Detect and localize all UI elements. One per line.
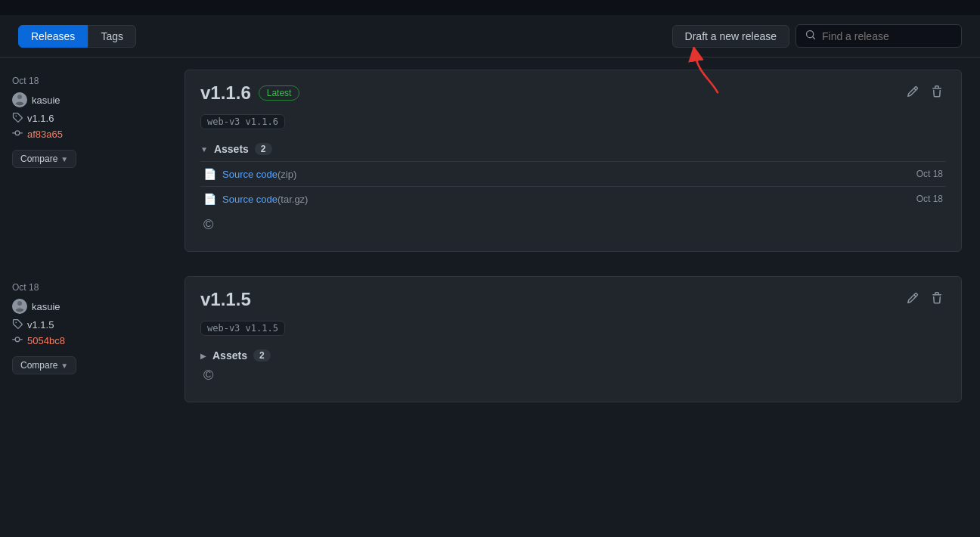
copyleft-icon-1: © bbox=[200, 217, 946, 242]
commit-hash-1[interactable]: af83a65 bbox=[27, 129, 63, 140]
asset-item-zip-1: 📄 Source code(zip) Oct 18 bbox=[200, 161, 946, 186]
asset-left-tgz-1: 📄 Source code(tar.gz) bbox=[203, 193, 308, 205]
release-tag-line-2: web-v3 v1.1.5 bbox=[185, 316, 961, 340]
delete-release-button-1[interactable] bbox=[928, 82, 946, 103]
tag-row-1: v1.1.6 bbox=[12, 112, 154, 125]
asset-date-zip-1: Oct 18 bbox=[916, 169, 943, 179]
sidebar-section-1: Oct 18 kasuie v1.1.6 af83a65 bbox=[0, 57, 166, 258]
main-content: Oct 18 kasuie v1.1.6 af83a65 bbox=[0, 57, 980, 282]
triangle-down-icon-1: ▼ bbox=[200, 145, 208, 154]
release-card-header-2: v1.1.5 bbox=[185, 277, 961, 316]
assets-section-2: ▶ Assets 2 © bbox=[185, 340, 961, 402]
draft-new-release-button[interactable]: Draft a new release bbox=[672, 25, 789, 48]
release-card-header-1: v1.1.6 Latest bbox=[185, 70, 961, 110]
copyleft-icon-2: © bbox=[200, 368, 946, 393]
release-title-area-1: v1.1.6 Latest bbox=[200, 82, 299, 104]
tag-name-1: v1.1.6 bbox=[27, 113, 54, 124]
author-name-2: kasuie bbox=[32, 301, 60, 312]
asset-name-zip-1[interactable]: Source code(zip) bbox=[222, 169, 296, 180]
tag-row-2: v1.1.5 bbox=[12, 318, 154, 331]
header: Releases Tags Draft a new release bbox=[0, 15, 980, 57]
latest-badge-1: Latest bbox=[259, 85, 300, 101]
asset-date-tgz-1: Oct 18 bbox=[916, 194, 943, 204]
release-date-1: Oct 18 bbox=[12, 76, 154, 86]
header-actions: Draft a new release bbox=[672, 24, 962, 48]
author-row-1: kasuie bbox=[12, 92, 154, 107]
assets-title-1: Assets bbox=[214, 143, 249, 155]
asset-file-icon-tgz-1: 📄 bbox=[203, 193, 216, 205]
second-release-wrapper: Oct 18 kasuie v1.1.5 5054bc8 bbox=[0, 264, 980, 421]
edit-release-button-2[interactable] bbox=[904, 289, 922, 309]
release-actions-1 bbox=[904, 82, 946, 103]
release-card-1: v1.1.6 Latest w bbox=[185, 70, 962, 252]
assets-count-2: 2 bbox=[253, 349, 271, 362]
author-name-1: kasuie bbox=[32, 95, 60, 106]
asset-name-tgz-1[interactable]: Source code(tar.gz) bbox=[222, 194, 308, 205]
asset-left-zip-1: 📄 Source code(zip) bbox=[203, 168, 296, 180]
avatar-2 bbox=[12, 299, 27, 314]
sidebar-section-2: Oct 18 kasuie v1.1.5 5054bc8 bbox=[0, 264, 166, 396]
tab-tags[interactable]: Tags bbox=[88, 25, 136, 48]
commit-icon-1 bbox=[12, 128, 23, 141]
search-box bbox=[795, 24, 962, 48]
assets-section-1: ▼ Assets 2 📄 Source code(zip) Oct 18 bbox=[185, 134, 961, 251]
top-bar bbox=[0, 0, 980, 15]
edit-release-button-1[interactable] bbox=[904, 82, 922, 103]
commit-hash-2[interactable]: 5054bc8 bbox=[27, 335, 65, 346]
commit-row-2: 5054bc8 bbox=[12, 334, 154, 347]
asset-item-tgz-1: 📄 Source code(tar.gz) Oct 18 bbox=[200, 186, 946, 211]
release-card-area-2: v1.1.5 web-v3 v1.1.5 bbox=[166, 264, 980, 421]
search-icon bbox=[805, 29, 816, 42]
search-input[interactable] bbox=[822, 30, 952, 42]
release-card-2: v1.1.5 web-v3 v1.1.5 bbox=[185, 276, 962, 402]
compare-button-1[interactable]: Compare ▼ bbox=[12, 150, 76, 168]
assets-header-1[interactable]: ▼ Assets 2 bbox=[200, 143, 946, 155]
release-tag-line-1: web-v3 v1.1.6 bbox=[185, 110, 961, 134]
tag-icon-1 bbox=[12, 112, 23, 125]
release-version-2: v1.1.5 bbox=[200, 289, 251, 310]
assets-count-1: 2 bbox=[255, 143, 272, 155]
release-version-1: v1.1.6 bbox=[200, 82, 251, 104]
avatar-1 bbox=[12, 92, 27, 107]
release-title-area-2: v1.1.5 bbox=[200, 289, 251, 310]
author-row-2: kasuie bbox=[12, 299, 154, 314]
commit-icon-2 bbox=[12, 334, 23, 347]
tag-name-2: v1.1.5 bbox=[27, 319, 54, 331]
release-actions-2 bbox=[904, 289, 946, 309]
delete-release-button-2[interactable] bbox=[928, 289, 946, 309]
tag-icon-2 bbox=[12, 318, 23, 331]
assets-header-2[interactable]: ▶ Assets 2 bbox=[200, 349, 946, 362]
assets-title-2: Assets bbox=[212, 349, 247, 362]
chevron-down-icon-1: ▼ bbox=[60, 155, 68, 163]
tab-releases[interactable]: Releases bbox=[18, 25, 88, 48]
compare-button-2[interactable]: Compare ▼ bbox=[12, 356, 76, 374]
asset-file-icon-zip-1: 📄 bbox=[203, 168, 216, 180]
chevron-down-icon-2: ▼ bbox=[60, 362, 68, 370]
tabs: Releases Tags bbox=[18, 25, 136, 48]
releases-area: v1.1.6 Latest w bbox=[166, 57, 980, 282]
commit-row-1: af83a65 bbox=[12, 128, 154, 141]
release-date-2: Oct 18 bbox=[12, 282, 154, 293]
triangle-right-icon-2: ▶ bbox=[200, 352, 206, 360]
